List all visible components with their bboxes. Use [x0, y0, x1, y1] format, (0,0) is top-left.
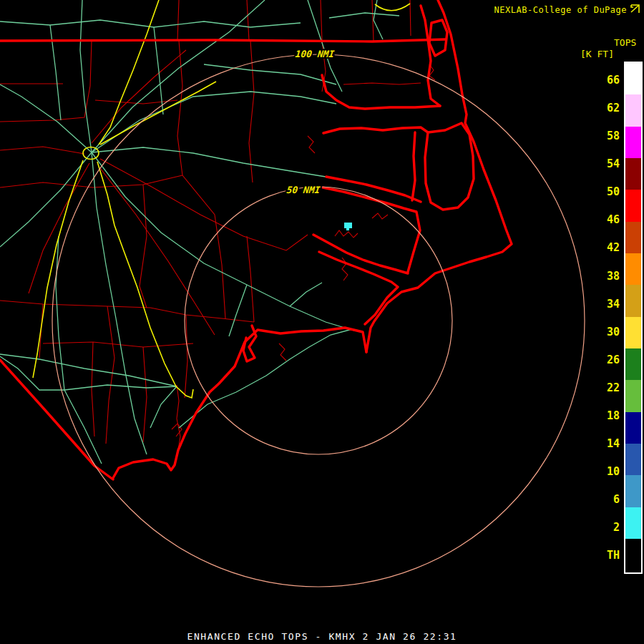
- legend-tick-label: 26: [584, 353, 620, 366]
- attribution: NEXLAB-College of DuPage: [494, 4, 640, 16]
- legend-band: [625, 444, 641, 475]
- legend-band: [625, 348, 641, 380]
- legend-tick-label: 2: [584, 521, 620, 534]
- ring-labels: 100 NMI 50 NMI: [286, 49, 336, 195]
- legend-tick-label: TH: [584, 549, 620, 562]
- legend-tick-label: 14: [584, 437, 620, 450]
- legend-tick-label: 18: [584, 409, 620, 422]
- legend-tick-label: 42: [584, 241, 620, 254]
- legend-band: [625, 412, 641, 444]
- legend-band: [625, 507, 641, 539]
- interstate-lines: [33, 0, 410, 398]
- radar-map: 100 NMI 50 NMI: [0, 0, 644, 644]
- ring-100nmi: [52, 54, 585, 587]
- legend-band: [625, 94, 641, 126]
- echo-region: [344, 223, 352, 230]
- legend-tick-label: 46: [584, 213, 620, 226]
- legend-band: [625, 222, 641, 253]
- cod-logo-icon: [630, 4, 640, 16]
- legend-tick-label: 10: [584, 465, 620, 478]
- legend-tick-label: 38: [584, 270, 620, 283]
- legend-tick-label: 6: [584, 493, 620, 506]
- legend-band: [625, 127, 641, 158]
- legend-tick-label: 62: [584, 102, 620, 114]
- range-rings: [52, 54, 585, 587]
- coastline: [0, 0, 512, 479]
- ring-label-50nmi: 50 NMI: [286, 185, 321, 195]
- legend-band: [625, 475, 641, 507]
- legend-units: [K FT]: [580, 49, 614, 59]
- legend-tick-label: 54: [584, 157, 620, 170]
- legend-band: [625, 158, 641, 190]
- radar-display: 100 NMI 50 NMI NEXLAB-College of DuPage …: [0, 0, 644, 644]
- legend-tick-label: 30: [584, 326, 620, 338]
- legend-band: [625, 317, 641, 348]
- legend-tick-label: 50: [584, 185, 620, 198]
- legend-tick-label: 66: [584, 74, 620, 87]
- legend-band: [625, 63, 641, 94]
- legend-bar: [624, 62, 643, 574]
- attribution-text: NEXLAB-College of DuPage: [494, 5, 627, 15]
- ring-label-100nmi: 100 NMI: [295, 49, 335, 59]
- legend-band: [625, 285, 641, 316]
- legend-band: [625, 380, 641, 411]
- product-title: ENHANCED ECHO TOPS - KMHX 2 JAN 26 22:31: [0, 631, 644, 642]
- legend-tick-label: 58: [584, 130, 620, 142]
- legend-title: TOPS: [614, 37, 636, 48]
- legend-tick-label: 34: [584, 298, 620, 311]
- legend-band: [625, 190, 641, 221]
- legend-tick-label: 22: [584, 381, 620, 394]
- legend-band: [625, 253, 641, 285]
